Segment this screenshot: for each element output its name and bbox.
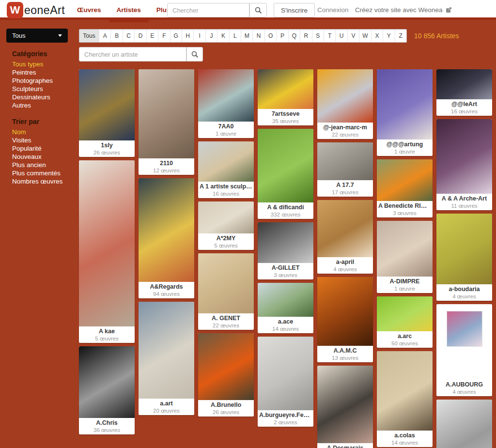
alpha-filter-d[interactable]: D	[134, 30, 146, 42]
alpha-filter-y[interactable]: Y	[383, 30, 394, 42]
artist-card-a-art[interactable]: a.art20 œuvres	[139, 302, 194, 415]
alpha-filter-b[interactable]: B	[110, 30, 122, 42]
artist-card-a-regards[interactable]: A&Regards94 œuvres	[139, 178, 194, 298]
artist-card-a-gillet[interactable]: A-GILLET3 œuvres	[258, 222, 313, 279]
artwork-thumbnail	[139, 178, 194, 282]
artist-search-button[interactable]	[186, 47, 203, 62]
artist-card-a-benedicte-ribaille[interactable]: A Benedicte RIBAILLE3 œuvres	[377, 159, 433, 217]
artist-card-2110[interactable]: 211012 œuvres	[139, 69, 194, 175]
artist-name: A. GENET	[198, 314, 254, 322]
artwork-count: 1 œuvre	[377, 148, 433, 155]
artist-card-a-arc[interactable]: a.arc50 œuvres	[377, 296, 433, 348]
artwork-count: 94 œuvres	[139, 291, 194, 297]
sidebar-item-nombres-uvres[interactable]: Nombres œuvres	[12, 177, 78, 185]
artist-card-a-dificandi[interactable]: A & dificandi332 œuvres	[258, 129, 313, 219]
sidebar-item-sculpteurs[interactable]: Sculpteurs	[12, 85, 78, 93]
logo-w-icon: W	[7, 2, 23, 18]
sidebar-item-dessinateurs[interactable]: Dessinateurs	[12, 93, 78, 101]
artist-card-a-chris[interactable]: A.Chris36 œuvres	[79, 346, 135, 434]
artist-card-a-genet[interactable]: A. GENET22 œuvres	[198, 253, 254, 330]
artwork-thumbnail	[377, 159, 433, 201]
artist-card-7aa0[interactable]: 7AA01 œuvre	[198, 69, 254, 138]
artist-card-leart[interactable]: @@leArt16 œuvres	[436, 69, 492, 116]
artist-card-label: A & A Arche-Art11 œuvres	[436, 194, 492, 210]
alpha-filter-e[interactable]: E	[146, 30, 158, 42]
alpha-filter-w[interactable]: W	[359, 30, 371, 42]
artist-card-label: A & dificandi332 œuvres	[258, 202, 313, 219]
artist-card-a-april[interactable]: a-april4 œuvres	[317, 200, 373, 274]
type-filter-dropdown[interactable]: Tous	[6, 29, 68, 43]
artist-card-artung[interactable]: @@@artung1 œuvre	[377, 69, 433, 156]
alpha-filter-tous[interactable]: Tous	[79, 30, 99, 42]
artist-name: A.Brunello	[198, 401, 254, 409]
artist-card-jean-marc-m[interactable]: @-jean-marc-m22 œuvres	[317, 69, 373, 139]
sidebar-item-autres[interactable]: Autres	[12, 101, 78, 109]
global-search-button[interactable]	[249, 3, 267, 17]
global-search-input[interactable]	[167, 3, 249, 17]
artist-card-a-aubourg[interactable]: A.AUBOURG4 œuvres	[436, 304, 492, 396]
artwork-thumbnail	[198, 141, 254, 182]
alpha-filter-q[interactable]: Q	[288, 30, 300, 42]
sidebar-item-nouveaux[interactable]: Nouveaux	[12, 153, 78, 161]
alpha-filter-t[interactable]: T	[324, 30, 335, 42]
alpha-filter-r[interactable]: R	[300, 30, 311, 42]
signup-button[interactable]: S'inscrire	[274, 3, 315, 17]
site-logo[interactable]: W eoneArt	[7, 1, 65, 19]
artist-card-a-2my[interactable]: A*2MY5 œuvres	[198, 201, 254, 250]
alpha-filter-x[interactable]: X	[371, 30, 383, 42]
alpha-filter-u[interactable]: U	[335, 30, 347, 42]
alpha-filter-k[interactable]: K	[217, 30, 229, 42]
alpha-filter-o[interactable]: O	[264, 30, 276, 42]
alpha-filter-p[interactable]: P	[276, 30, 288, 42]
sidebar-item-photographes[interactable]: Photographes	[12, 77, 78, 85]
login-link[interactable]: Connexion	[317, 0, 349, 20]
alpha-filter-i[interactable]: I	[193, 30, 205, 42]
sidebar-item-plus-ancien[interactable]: Plus ancien	[12, 161, 78, 169]
alpha-filter-a[interactable]: A	[99, 30, 110, 42]
artist-card-a-kae[interactable]: A kae5 œuvres	[79, 160, 135, 343]
alpha-filter-v[interactable]: V	[347, 30, 359, 42]
alpha-filter-m[interactable]: M	[241, 30, 252, 42]
sidebar-item-peintres[interactable]: Peintres	[12, 68, 78, 77]
artist-card-a-17-7[interactable]: A 17.717 œuvres	[317, 142, 373, 197]
sidebar-item-nom[interactable]: Nom	[12, 128, 78, 136]
alpha-filter-f[interactable]: F	[158, 30, 170, 42]
sidebar-item-visites[interactable]: Visites	[12, 136, 78, 144]
artist-card-1sly[interactable]: 1sly26 œuvres	[79, 69, 135, 157]
artist-card-a-burgueyre-feyte[interactable]: A.burgueyre.Feyte2 œuvres	[258, 337, 313, 427]
sidebar-item-plus-comment-s[interactable]: Plus commentés	[12, 169, 78, 177]
artist-card-7artsseve[interactable]: 7artsseve35 œuvres	[258, 69, 313, 125]
artist-name: A.Desmarais	[317, 444, 373, 448]
artist-card-a-colas[interactable]: a.colas14 œuvres	[377, 351, 433, 447]
artist-card-a-dimpre[interactable]: A-DIMPRE1 œuvre	[377, 221, 433, 293]
alpha-filter-z[interactable]: Z	[395, 30, 406, 42]
alpha-filter-j[interactable]: J	[205, 30, 217, 42]
artwork-thumbnail	[377, 296, 433, 331]
artist-card-a-ace[interactable]: a.ace14 œuvres	[258, 283, 313, 333]
alpha-filter-s[interactable]: S	[312, 30, 324, 42]
artist-card-a-1-artiste-sculpteur[interactable]: A 1 artiste sculpteur16 œuvres	[198, 141, 254, 198]
promo-link[interactable]: Créez votre site avec Weonea	[355, 0, 452, 20]
nav-item-uvres[interactable]: Œuvres	[74, 0, 104, 20]
artist-name: a-boudaria	[436, 285, 492, 293]
nav-item-artistes[interactable]: Artistes	[114, 0, 144, 20]
alpha-filter-c[interactable]: C	[123, 30, 134, 42]
artwork-count: 17 œuvres	[317, 189, 373, 196]
artist-card-a-a-m-c[interactable]: A.A.M.C13 œuvres	[317, 277, 373, 362]
artwork-thumbnail	[317, 366, 373, 443]
artist-card-a-a-arche-art[interactable]: A & A Arche-Art11 œuvres	[436, 119, 492, 210]
artist-card-item[interactable]	[436, 400, 492, 448]
artist-card-a-boudaria[interactable]: a-boudaria4 œuvres	[436, 214, 492, 301]
alpha-filter-n[interactable]: N	[252, 30, 264, 42]
alpha-filter-g[interactable]: G	[170, 30, 182, 42]
artwork-count: 3 œuvres	[258, 272, 313, 278]
page-body: Tous Catégories Tous typesPeintresPhotog…	[0, 22, 496, 448]
sidebar-item-tous-types[interactable]: Tous types	[12, 60, 78, 68]
alpha-filter-h[interactable]: H	[182, 30, 193, 42]
alpha-filter-l[interactable]: L	[229, 30, 241, 42]
sidebar-item-popularit[interactable]: Popularité	[12, 144, 78, 153]
artist-card-a-desmarais[interactable]: A.Desmarais	[317, 366, 373, 448]
artist-card-label: 211012 œuvres	[139, 158, 194, 175]
artist-card-a-brunello[interactable]: A.Brunello26 œuvres	[198, 333, 254, 417]
artist-search-input[interactable]	[79, 47, 186, 62]
